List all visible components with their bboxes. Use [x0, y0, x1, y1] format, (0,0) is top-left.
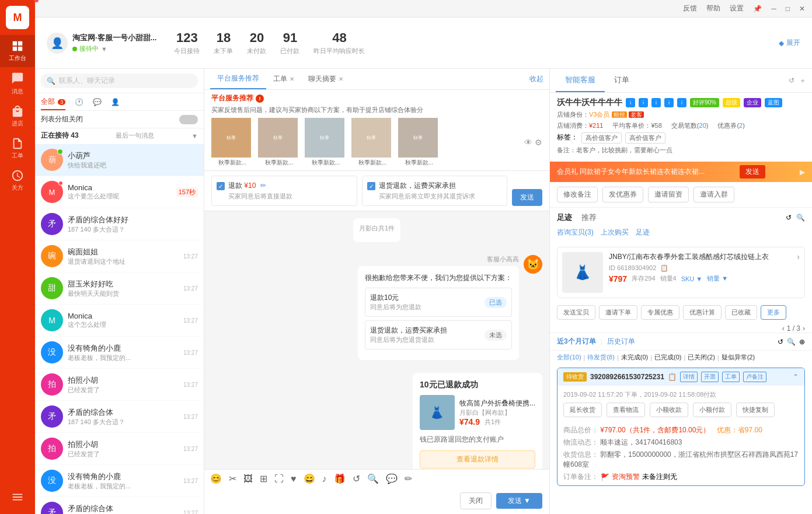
expand-button[interactable]: ◆ 展开	[779, 38, 800, 48]
refresh-orders-icon[interactable]: ↺	[778, 338, 783, 346]
refresh-icon[interactable]: ↺	[789, 76, 794, 85]
conv-tab-contacts[interactable]: 👤	[111, 98, 120, 106]
open-tag[interactable]: 开票	[701, 372, 719, 382]
search-box[interactable]: 🔍 联系人、聊天记录	[41, 74, 198, 88]
search-goods-icon[interactable]: 🔍	[796, 214, 805, 222]
conv-item[interactable]: 碗 碗面姐姐 退货请退到这个地址 13:27	[35, 240, 204, 272]
help-btn[interactable]: 帮助	[706, 4, 720, 13]
pin-icon[interactable]: 📌	[753, 5, 762, 13]
exclusive-offer-btn[interactable]: 专属优惠	[641, 305, 679, 320]
sidebar-item-workorder[interactable]: 工单	[0, 132, 35, 165]
conv-tab-chat[interactable]: 💬	[93, 98, 102, 106]
member-send-button[interactable]: 发送	[740, 165, 765, 179]
add-icon[interactable]: ＋	[799, 76, 806, 86]
close-tab-workorder[interactable]: ✕	[290, 76, 294, 82]
filter-orders-icon[interactable]: ⊕	[799, 338, 805, 346]
close-tab-summary[interactable]: ✕	[339, 76, 343, 82]
image-icon[interactable]: 🖼	[243, 474, 253, 484]
footprint-tab-trace[interactable]: 足迹	[557, 212, 572, 223]
conv-item[interactable]: 拍 拍照小胡 已经发货了 13:27	[35, 433, 204, 465]
sidebar-item-favorite[interactable]: 关方	[0, 165, 35, 197]
settings-btn[interactable]: 设置	[730, 4, 744, 13]
more-btn[interactable]: 更多	[761, 305, 786, 320]
face-icon[interactable]: 😄	[304, 473, 315, 484]
footprint-link[interactable]: 足迹	[636, 228, 650, 237]
inquiry-baobei[interactable]: 咨询宝贝(3)	[557, 228, 594, 237]
modify-note-btn[interactable]: 修改备注	[557, 187, 598, 202]
member-expand-icon[interactable]: ▶	[800, 168, 805, 176]
sku-dropdown[interactable]: SKU ▼	[681, 275, 703, 282]
minimize-icon[interactable]: ─	[771, 5, 776, 13]
right-tab-order[interactable]: 订单	[605, 69, 639, 92]
sidebar-item-more[interactable]	[0, 486, 35, 508]
invite-group-btn[interactable]: 邀请入群	[693, 187, 734, 202]
conv-tab-history[interactable]: 🕐	[75, 98, 83, 106]
invite-info-btn[interactable]: 邀请留资	[648, 187, 689, 202]
product-item[interactable]: 秋季 秋季新款...	[398, 118, 440, 167]
quick-copy-btn[interactable]: 快捷复制	[736, 403, 775, 417]
settings-icon[interactable]: ⚙	[535, 138, 542, 147]
expand-icon[interactable]: ⛶	[274, 474, 284, 484]
extend-delivery-btn[interactable]: 延长收货	[563, 403, 602, 417]
product-item[interactable]: 秋季 秋季新款...	[305, 118, 347, 167]
table-icon[interactable]: ⊞	[260, 473, 267, 484]
conv-item[interactable]: 甜 甜玉米好好吃 最快明天天能到货 13:27	[35, 272, 204, 305]
refresh-footprint-icon[interactable]: ↺	[786, 214, 792, 222]
conv-item[interactable]: 没 没有犄角的小鹿 老板老板，我预定的... 13:27	[35, 465, 204, 497]
feedback-btn[interactable]: 反馈	[683, 4, 697, 13]
collected-btn[interactable]: 已收藏	[725, 305, 757, 320]
conv-item[interactable]: 葫 小葫芦 快给我退还吧	[35, 144, 204, 176]
footprint-tab-recommend[interactable]: 推荐	[581, 212, 597, 223]
send-coupon-btn[interactable]: 发优惠券	[602, 187, 643, 202]
send-product-btn[interactable]: 发送宝贝	[557, 305, 595, 320]
solution-send-button[interactable]: 发送	[512, 189, 542, 206]
maximize-icon[interactable]: □	[786, 5, 790, 13]
music-icon[interactable]: ♪	[322, 474, 327, 484]
product-item[interactable]: 秋季 秋季新款...	[211, 118, 253, 167]
filter-all[interactable]: 全部(10)	[557, 353, 581, 362]
edit-refund-icon[interactable]: ✏	[260, 181, 266, 190]
sales-dropdown[interactable]: 销量 ▼	[707, 274, 728, 283]
worker-tag[interactable]: 工单	[722, 372, 740, 382]
sort-icon[interactable]: ▼	[191, 132, 198, 139]
sidebar-item-workbench[interactable]: 工作台	[0, 35, 35, 67]
refund-checkbox[interactable]: ✓	[217, 182, 225, 190]
group-toggle[interactable]	[179, 115, 198, 124]
sidebar-item-message[interactable]: 消息	[0, 67, 35, 100]
right-tab-ai[interactable]: 智能客服	[556, 69, 605, 92]
chat-icon[interactable]: 💬	[386, 473, 398, 484]
chat-tab-workorder[interactable]: 工单 ✕	[266, 69, 301, 89]
small-pay-btn[interactable]: 小额付款	[693, 403, 731, 417]
conv-item[interactable]: 没 没有犄角的小鹿 老板老板，我预定的... 13:27	[35, 337, 204, 369]
refresh-icon[interactable]: ↺	[353, 473, 360, 484]
conv-item[interactable]: M Monica 这个要怎么处理呢 157秒	[35, 176, 204, 208]
prev-page-icon[interactable]: ‹	[782, 324, 785, 333]
chat-send-button[interactable]: 发送 ▼	[496, 493, 542, 509]
return-checkbox[interactable]: ✓	[367, 182, 375, 190]
filter-pending[interactable]: 待发货(8)	[587, 353, 614, 362]
chat-tab-summary[interactable]: 聊天摘要 ✕	[301, 69, 350, 89]
chat-tab-platform[interactable]: 平台服务推荐	[210, 69, 266, 89]
conv-item[interactable]: 矛 矛盾的综合体好好 187 140 多大合适？	[35, 208, 204, 240]
detail-tag[interactable]: 详情	[680, 372, 698, 382]
collapse-btn[interactable]: 收起	[529, 74, 543, 84]
product-item[interactable]: 秋季 秋季新款...	[351, 118, 393, 167]
view-detail-btn[interactable]: 查看退款详情	[420, 450, 535, 468]
product-item[interactable]: 秋季 秋季新款...	[258, 118, 300, 167]
invite-order-btn[interactable]: 邀请下单	[599, 305, 637, 320]
scissors-icon[interactable]: ✂	[229, 473, 236, 484]
conv-item[interactable]: M Monica 这个怎么处理 13:27	[35, 305, 204, 337]
order-tab-recent[interactable]: 近3个月订单	[557, 337, 596, 347]
conv-item[interactable]: 矛 矛盾的综合体 187 140 多大合适？ 13:27	[35, 497, 204, 514]
search-icon[interactable]: 🔍	[367, 473, 379, 484]
check-logistics-btn[interactable]: 查看物流	[607, 403, 645, 417]
heart-icon[interactable]: ♥	[291, 474, 297, 484]
product-card-right[interactable]: 👗 JNBY/江南布衣春季外套工装感酷感灯芯绒拉链上衣 ID 661893049…	[557, 247, 805, 298]
write-icon[interactable]: ✏	[405, 473, 412, 484]
order-expand-icon[interactable]: ⌃	[793, 373, 799, 381]
next-page-icon[interactable]: ›	[803, 324, 805, 333]
conv-tab-all[interactable]: 全部 3	[41, 97, 65, 107]
eye-icon[interactable]: 👁	[524, 138, 532, 147]
last-buy[interactable]: 上次购买	[601, 228, 629, 237]
chat-input[interactable]	[211, 496, 455, 505]
